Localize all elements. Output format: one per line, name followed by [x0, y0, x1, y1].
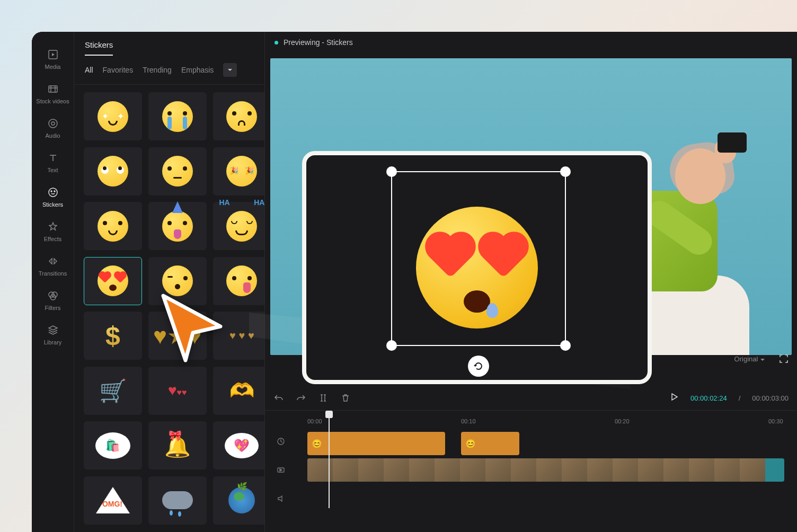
sticker-party-hat[interactable]: [148, 202, 207, 250]
sticker-omg-triangle[interactable]: OMG!: [84, 476, 142, 525]
effects-icon: [47, 221, 59, 233]
play-button[interactable]: [669, 392, 679, 404]
delete-button[interactable]: [340, 393, 351, 403]
sticker-bell-bow[interactable]: 🔔🎀: [148, 421, 207, 469]
rail-label: Effects: [44, 236, 61, 243]
rail-text[interactable]: Text: [32, 146, 74, 180]
resize-handle-tr[interactable]: [560, 166, 571, 177]
redo-button[interactable]: [296, 393, 306, 403]
media-icon: [47, 49, 59, 60]
sticker-clip[interactable]: 😊: [461, 432, 519, 455]
video-clip[interactable]: 123.mp4 00:16:03: [307, 458, 784, 482]
status-dot-icon: [274, 41, 278, 45]
ruler-tick: 00:00: [307, 418, 322, 424]
sticker-haha[interactable]: HAHA: [213, 202, 264, 250]
split-button[interactable]: [318, 393, 329, 403]
rail-stickers[interactable]: Stickers: [32, 180, 74, 215]
library-icon: [47, 324, 59, 336]
app-window: Media Stock videos Audio Text Stickers E…: [32, 32, 797, 532]
resize-handle-tl[interactable]: [386, 166, 397, 177]
left-rail: Media Stock videos Audio Text Stickers E…: [32, 32, 74, 532]
sticker-star-eyes[interactable]: ✦✦: [84, 92, 142, 140]
resize-handle-bl[interactable]: [386, 340, 397, 351]
svg-rect-1: [49, 86, 57, 92]
undo-button[interactable]: [273, 393, 284, 403]
rotate-handle[interactable]: [468, 356, 489, 377]
fullscreen-button[interactable]: [779, 354, 789, 366]
audio-icon: [47, 118, 59, 129]
text-icon: [47, 152, 59, 164]
tab-emphasis[interactable]: Emphasis: [181, 66, 214, 74]
audio-track-icon: [277, 494, 285, 505]
tab-trending[interactable]: Trending: [143, 66, 172, 74]
panel-tabs: All Favorites Trending Emphasis: [74, 56, 264, 85]
filters-icon: [47, 290, 59, 302]
sticker-heart-eyes[interactable]: [84, 257, 142, 305]
sticker-shopping-cart[interactable]: 🛒: [84, 367, 142, 415]
sticker-dollar[interactable]: $: [84, 312, 142, 360]
rail-label: Transitions: [39, 270, 67, 277]
transitions-icon: [47, 255, 59, 267]
svg-point-2: [49, 119, 57, 128]
svg-point-6: [54, 191, 55, 192]
stickers-panel: Stickers All Favorites Trending Emphasis…: [74, 32, 265, 532]
svg-point-5: [51, 191, 52, 192]
timeline-ruler[interactable]: 00:00 00:10 00:20 00:30: [297, 411, 797, 432]
sticker-rain-cloud[interactable]: [148, 476, 207, 525]
heart-eyes-sticker-large[interactable]: [416, 207, 538, 329]
rail-label: Stickers: [42, 201, 63, 208]
svg-point-3: [51, 122, 55, 125]
rail-label: Text: [47, 167, 58, 174]
timeline: 00:00 00:10 00:20 00:30 😊 😊 123.mp4 00:1…: [265, 410, 797, 532]
sticker-track[interactable]: 😊 😊: [297, 432, 797, 455]
rail-label: Filters: [45, 305, 61, 312]
sticker-worried[interactable]: [213, 92, 264, 140]
video-track-icon: [277, 466, 285, 476]
panel-title: Stickers: [85, 40, 113, 56]
ruler-tick: 00:20: [615, 418, 630, 424]
stickers-icon: [47, 187, 59, 198]
rail-stock[interactable]: Stock videos: [32, 77, 74, 111]
sticker-smile[interactable]: [84, 202, 142, 250]
rail-transitions[interactable]: Transitions: [32, 249, 74, 283]
tab-favorites[interactable]: Favorites: [103, 66, 134, 74]
resize-handle-br[interactable]: [560, 340, 571, 351]
sticker-hands-heart[interactable]: 🫶: [213, 367, 264, 415]
sticker-celebrate-eyes[interactable]: 🎉🎉: [213, 147, 264, 196]
sticker-earth-plants[interactable]: 🌿: [213, 476, 264, 525]
ruler-tick: 00:30: [768, 418, 783, 424]
tab-all[interactable]: All: [85, 66, 93, 74]
video-track[interactable]: 123.mp4 00:16:03: [297, 458, 797, 482]
toolstrip: 00:00:02:24 / 00:00:03:00: [265, 386, 797, 410]
timeline-tracks[interactable]: 00:00 00:10 00:20 00:30 😊 😊 123.mp4 00:1…: [297, 411, 797, 532]
sticker-hearts-spray[interactable]: ♥♥♥: [148, 367, 207, 415]
rail-library[interactable]: Library: [32, 318, 74, 352]
preview-header: Previewing - Stickers: [265, 32, 797, 53]
sticker-preview-overlay: [302, 151, 652, 384]
timeline-track-icons: [265, 411, 297, 532]
tabs-more-button[interactable]: [223, 63, 237, 77]
rail-label: Stock videos: [36, 98, 69, 105]
sticker-track-icon: [277, 437, 285, 448]
sticker-thought-heart[interactable]: 💖: [213, 421, 264, 469]
rail-filters[interactable]: Filters: [32, 283, 74, 318]
sticker-eye-roll[interactable]: [84, 147, 142, 196]
rail-label: Media: [45, 64, 61, 70]
rail-label: Audio: [45, 132, 60, 139]
rail-effects[interactable]: Effects: [32, 215, 74, 249]
rail-label: Library: [44, 339, 62, 346]
sticker-crying[interactable]: [148, 92, 207, 140]
playhead[interactable]: [329, 413, 330, 508]
time-current: 00:00:02:24: [690, 394, 727, 402]
rail-audio[interactable]: Audio: [32, 111, 74, 146]
resolution-dropdown[interactable]: Original: [734, 355, 765, 363]
preview-status: Previewing - Stickers: [284, 38, 353, 47]
rail-media[interactable]: Media: [32, 42, 74, 77]
svg-point-4: [49, 188, 57, 197]
stock-icon: [47, 83, 59, 95]
sticker-speech-bags[interactable]: 🛍️: [84, 421, 142, 469]
cursor-pointer-icon: [158, 291, 227, 368]
sticker-clip[interactable]: 😊: [307, 432, 445, 455]
time-total: 00:00:03:00: [752, 394, 789, 402]
sticker-neutral[interactable]: [148, 147, 207, 196]
